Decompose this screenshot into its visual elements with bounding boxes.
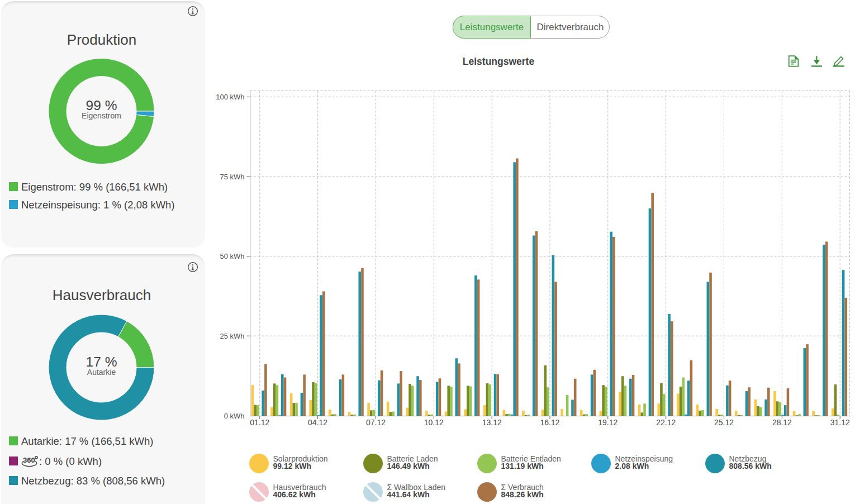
svg-text:100 kWh: 100 kWh xyxy=(216,93,244,101)
svg-text:10.12: 10.12 xyxy=(424,418,444,427)
svg-text:04.12: 04.12 xyxy=(308,418,327,427)
svg-text:16.12: 16.12 xyxy=(540,418,559,427)
svg-text:0 kWh: 0 kWh xyxy=(224,412,245,420)
svg-text:22.12: 22.12 xyxy=(656,418,676,427)
svg-text:28.12: 28.12 xyxy=(772,418,792,427)
svg-text:07.12: 07.12 xyxy=(366,418,386,427)
svg-text:75 kWh: 75 kWh xyxy=(220,173,244,181)
svg-text:19.12: 19.12 xyxy=(598,418,618,427)
svg-text:01.12: 01.12 xyxy=(250,418,269,427)
svg-text:31.12: 31.12 xyxy=(830,418,850,427)
svg-text:13.12: 13.12 xyxy=(482,418,502,427)
svg-text:50 kWh: 50 kWh xyxy=(220,252,244,260)
svg-text:25.12: 25.12 xyxy=(714,418,734,427)
svg-text:25 kWh: 25 kWh xyxy=(220,332,244,340)
